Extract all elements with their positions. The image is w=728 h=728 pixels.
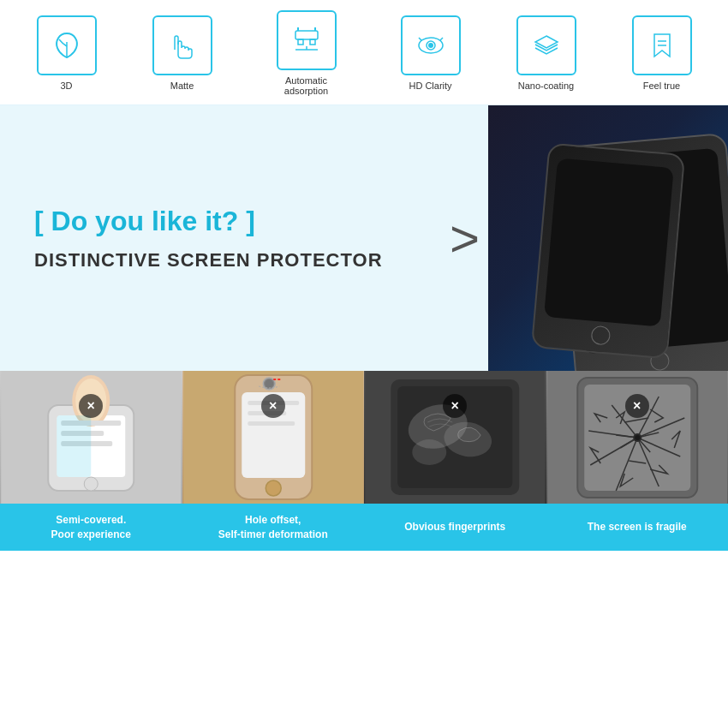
feature-icon-box-feel (632, 15, 692, 75)
feature-label-nano: Nano-coating (518, 81, 574, 91)
problem-semi-covered: × Semi-covered.Poor experience (0, 371, 182, 551)
magnet-icon (290, 24, 323, 57)
hole-offset-illustration (182, 371, 365, 504)
svg-point-40 (412, 439, 446, 465)
problem-fragile: × The screen is fragile (546, 371, 729, 551)
svg-line-11 (440, 38, 443, 40)
feature-icon-box-matte (152, 15, 212, 75)
caption-3: Obvious fingerprints (364, 504, 546, 551)
svg-rect-2 (310, 39, 315, 45)
x-badge-3: × (443, 394, 467, 418)
bookmark-icon (646, 29, 678, 62)
svg-rect-0 (295, 31, 318, 39)
leaf-icon (51, 29, 83, 62)
problem-hole-offset: × Hole offset,Self-timer deformation (182, 371, 365, 551)
feature-icon-box-3d (37, 15, 97, 75)
semi-covered-illustration (0, 371, 182, 504)
fragile-illustration (546, 371, 729, 504)
svg-point-18 (84, 477, 98, 491)
feature-hd-clarity: HD Clarity (401, 15, 461, 91)
eye-icon (415, 29, 447, 62)
caption-text-4: The screen is fragile (588, 520, 687, 534)
arrow-separator: > (441, 209, 488, 268)
feature-icon-box-hd (401, 15, 461, 75)
feature-label-3d: 3D (60, 81, 72, 91)
x-badge-4: × (625, 394, 649, 418)
svg-line-10 (419, 38, 421, 40)
caption-text-3: Obvious fingerprints (404, 520, 505, 534)
feature-label-hd: HD Clarity (409, 81, 451, 91)
subheadline: DISTINCTIVE SCREEN PROTECTOR (34, 249, 415, 272)
caption-4: The screen is fragile (546, 504, 729, 551)
feature-label-auto: Automatic adsorption (268, 75, 345, 96)
problem-img-4 (546, 371, 729, 504)
svg-point-45 (635, 435, 640, 440)
svg-point-29 (265, 379, 273, 388)
feature-matte: Matte (152, 15, 212, 91)
layers-icon (530, 29, 563, 62)
x-badge-2: × (261, 394, 285, 418)
caption-1: Semi-covered.Poor experience (0, 504, 182, 551)
features-bar: 3D Matte Automatic adsorption (0, 0, 728, 105)
caption-text-2: Hole offset,Self-timer deformation (218, 513, 328, 542)
middle-text: [ Do you like it? ] DISTINCTIVE SCREEN P… (0, 180, 441, 297)
problem-img-1 (0, 371, 182, 504)
feature-auto-adsorption: Automatic adsorption (268, 10, 345, 96)
phone-mockup-front (531, 142, 685, 359)
problem-img-2 (182, 371, 365, 504)
caption-text-1: Semi-covered.Poor experience (51, 513, 131, 542)
problems-grid: × Semi-covered.Poor experience (0, 371, 728, 551)
svg-rect-34 (248, 421, 295, 426)
middle-section: [ Do you like it? ] DISTINCTIVE SCREEN P… (0, 105, 728, 371)
feature-icon-box-nano (516, 15, 576, 75)
svg-rect-24 (57, 415, 91, 477)
phone-screen-front (544, 158, 674, 326)
feature-label-feel: Feel true (643, 81, 680, 91)
svg-rect-1 (298, 39, 303, 45)
headline: [ Do you like it? ] (34, 206, 415, 237)
feature-3d: 3D (37, 15, 97, 91)
feature-feel-true: Feel true (632, 15, 692, 91)
product-image (488, 105, 728, 371)
feature-label-matte: Matte (170, 81, 194, 91)
feature-nano-coating: Nano-coating (516, 15, 576, 91)
problem-img-3 (364, 371, 546, 504)
phone-home-btn-front (590, 325, 611, 346)
svg-point-9 (429, 44, 433, 47)
fingerprint-illustration (364, 371, 546, 504)
x-badge-1: × (79, 394, 103, 418)
svg-point-31 (266, 480, 281, 496)
feature-icon-box-auto (277, 10, 337, 70)
problem-fingerprints: × Obvious fingerprints (364, 371, 546, 551)
hand-icon (166, 29, 199, 62)
caption-2: Hole offset,Self-timer deformation (182, 504, 365, 551)
